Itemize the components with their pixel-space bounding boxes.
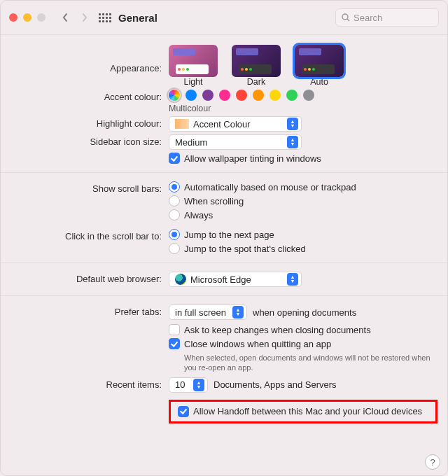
handoff-highlight: Allow Handoff between this Mac and your …: [169, 400, 438, 424]
handoff-checkbox[interactable]: Allow Handoff between this Mac and your …: [178, 406, 428, 417]
handoff-label: Allow Handoff between this Mac and your …: [193, 406, 422, 416]
back-button[interactable]: [57, 9, 74, 26]
clickscroll-label: Click in the scroll bar to:: [10, 229, 169, 241]
highlight-select[interactable]: Accent Colour ▲▼: [169, 116, 302, 132]
clickscroll-option-next[interactable]: Jump to the next page: [169, 229, 438, 240]
checkbox-icon: [169, 324, 180, 335]
close-windows-note: When selected, open documents and window…: [184, 353, 438, 373]
scrollbars-label: Show scroll bars:: [10, 181, 169, 194]
accent-swatch-blue[interactable]: [186, 90, 197, 101]
recent-suffix: Documents, Apps and Servers: [214, 379, 337, 390]
appearance-option-dark[interactable]: Dark: [232, 45, 281, 87]
radio-icon: [169, 181, 180, 192]
accent-swatch-red[interactable]: [236, 90, 247, 101]
browser-select[interactable]: Microsoft Edge ▲▼: [169, 272, 302, 287]
radio-icon: [169, 195, 180, 206]
checkbox-icon: [169, 153, 180, 164]
accent-label: Accent colour:: [10, 90, 169, 102]
close-windows-label: Close windows when quitting an app: [184, 339, 331, 349]
accent-swatch-graphite[interactable]: [303, 90, 314, 101]
appearance-option-light[interactable]: Light: [169, 45, 218, 87]
edge-icon: [175, 274, 186, 285]
scrollbars-option-always[interactable]: Always: [169, 209, 438, 220]
browser-label: Default web browser:: [10, 272, 169, 284]
checkbox-icon: [178, 406, 189, 417]
accent-swatch-green[interactable]: [286, 90, 298, 101]
show-all-icon[interactable]: [99, 11, 111, 24]
divider: [1, 262, 447, 263]
chevron-updown-icon: ▲▼: [287, 273, 298, 286]
close-windows-checkbox[interactable]: Close windows when quitting an app: [169, 338, 438, 349]
wallpaper-tint-label: Allow wallpaper tinting in windows: [184, 153, 321, 164]
svg-point-0: [342, 14, 348, 20]
content: Appearance: Light Dark Auto: [1, 35, 447, 436]
radio-icon: [169, 229, 180, 240]
ask-keep-label: Ask to keep changes when closing documen…: [184, 325, 371, 335]
recent-value: 10: [175, 379, 185, 390]
minimize-icon[interactable]: [23, 13, 31, 22]
tabs-label: Prefer tabs:: [10, 304, 169, 317]
chevron-updown-icon: ▲▼: [193, 379, 204, 391]
wallpaper-tint-checkbox[interactable]: Allow wallpaper tinting in windows: [169, 153, 438, 164]
highlight-swatch-icon: [175, 119, 189, 129]
checkbox-icon: [169, 338, 180, 349]
chevron-updown-icon: ▲▼: [232, 306, 244, 318]
accent-swatch-pink[interactable]: [219, 90, 230, 101]
accent-caption: Multicolour: [169, 104, 438, 113]
search-input[interactable]: Search: [335, 8, 439, 27]
divider: [1, 172, 447, 173]
appearance-auto-label: Auto: [310, 77, 328, 87]
highlight-value: Accent Colour: [193, 119, 251, 130]
browser-value: Microsoft Edge: [190, 274, 251, 285]
chevron-updown-icon: ▲▼: [287, 136, 298, 148]
window-controls: [9, 13, 46, 22]
help-button[interactable]: ?: [425, 454, 440, 470]
zoom-icon[interactable]: [37, 13, 46, 22]
accent-swatch-purple[interactable]: [202, 90, 214, 101]
search-placeholder: Search: [354, 13, 382, 23]
titlebar: General Search: [1, 1, 447, 35]
close-icon[interactable]: [9, 13, 18, 22]
scrollbars-option-scrolling[interactable]: When scrolling: [169, 195, 438, 206]
divider: [1, 295, 447, 296]
svg-line-1: [347, 19, 349, 21]
sidebar-size-select[interactable]: Medium ▲▼: [169, 134, 302, 150]
recent-select[interactable]: 10 ▲▼: [169, 377, 208, 393]
appearance-dark-label: Dark: [247, 77, 265, 87]
recent-label: Recent items:: [10, 377, 169, 390]
sidebar-value: Medium: [175, 137, 207, 148]
sidebar-label: Sidebar icon size:: [10, 134, 169, 147]
appearance-option-auto[interactable]: Auto: [295, 45, 344, 87]
appearance-light-label: Light: [183, 77, 202, 87]
tabs-suffix: when opening documents: [253, 307, 356, 318]
preferences-window: General Search Appearance: Light Dark: [0, 0, 448, 476]
page-title: General: [118, 12, 158, 24]
accent-swatch-yellow[interactable]: [270, 90, 281, 101]
chevron-updown-icon: ▲▼: [287, 118, 298, 130]
ask-keep-checkbox[interactable]: Ask to keep changes when closing documen…: [169, 324, 438, 335]
radio-icon: [169, 243, 180, 254]
clickscroll-option-spot[interactable]: Jump to the spot that's clicked: [169, 243, 438, 254]
tabs-select[interactable]: in full screen ▲▼: [169, 304, 247, 320]
forward-button[interactable]: [76, 9, 93, 26]
accent-swatch-orange[interactable]: [253, 90, 264, 101]
appearance-label: Appearance:: [10, 45, 169, 74]
highlight-label: Highlight colour:: [10, 116, 169, 129]
tabs-value: in full screen: [175, 307, 226, 318]
accent-swatch-multi[interactable]: [169, 90, 180, 101]
search-icon: [342, 13, 350, 22]
radio-icon: [169, 209, 180, 220]
scrollbars-option-auto[interactable]: Automatically based on mouse or trackpad: [169, 181, 438, 192]
